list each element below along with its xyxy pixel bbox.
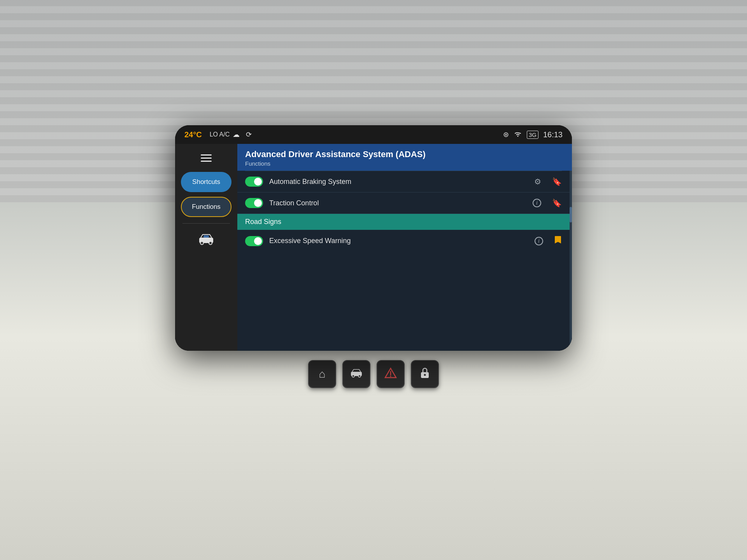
bookmark-icon-esw-active[interactable] <box>554 235 562 247</box>
label-esw: Excessive Speed Warning <box>269 237 528 245</box>
car-hw-icon <box>350 368 363 380</box>
scroll-indicator <box>570 171 572 351</box>
sidebar-divider <box>182 223 230 224</box>
toggle-knob-tc <box>254 199 262 207</box>
adas-title: Advanced Driver Assistance System (ADAS) <box>245 149 564 159</box>
svg-point-7 <box>358 375 361 377</box>
info-icon-esw[interactable]: i <box>535 237 543 245</box>
toggle-tc[interactable] <box>245 198 263 208</box>
content-area: Advanced Driver Assistance System (ADAS)… <box>237 144 572 351</box>
adas-header: Advanced Driver Assistance System (ADAS)… <box>237 144 572 171</box>
menu-line-1 <box>201 154 212 156</box>
menu-button[interactable] <box>198 150 214 166</box>
main-area: Shortcuts Functions <box>175 144 572 351</box>
svg-point-0 <box>517 135 518 136</box>
home-hw-button[interactable]: ⌂ <box>308 360 336 388</box>
menu-line-3 <box>201 161 212 162</box>
sidebar: Shortcuts Functions <box>175 144 237 351</box>
time-display: 16:13 <box>543 130 563 139</box>
ac-fan-icon: ☁ <box>233 130 240 139</box>
home-hw-icon: ⌂ <box>319 368 326 380</box>
network-icon: 3G <box>527 131 538 139</box>
car-icon-button[interactable] <box>198 233 215 248</box>
lock-hw-icon <box>420 367 430 382</box>
lock-hw-button[interactable] <box>411 360 439 388</box>
svg-point-6 <box>352 375 354 377</box>
shortcuts-button[interactable]: Shortcuts <box>181 172 231 192</box>
scroll-thumb <box>570 207 572 222</box>
svg-rect-4 <box>203 235 209 238</box>
hazard-hw-button[interactable] <box>377 360 405 388</box>
ac-display: LO A/C <box>210 131 230 138</box>
car-hw-button[interactable] <box>342 360 370 388</box>
info-icon-tc[interactable]: i <box>533 199 541 207</box>
menu-line-2 <box>201 158 212 159</box>
content-list: Automatic Braking System ⚙ 🔖 Traction Co… <box>237 171 570 351</box>
toggle-abs[interactable] <box>245 177 263 187</box>
list-item-tc: Traction Control i 🔖 <box>237 192 570 214</box>
list-item-esw: Excessive Speed Warning i <box>237 230 570 252</box>
list-item-abs: Automatic Braking System ⚙ 🔖 <box>237 171 570 192</box>
functions-button[interactable]: Functions <box>181 197 231 217</box>
hazard-hw-icon <box>384 368 397 381</box>
temperature-display: 24°C <box>184 130 202 139</box>
toggle-knob-abs <box>254 178 262 186</box>
wifi-icon <box>514 131 522 139</box>
svg-point-12 <box>424 374 426 376</box>
hardware-buttons-row: ⌂ <box>308 360 439 388</box>
bookmark-icon-abs[interactable]: 🔖 <box>552 177 562 186</box>
svg-point-3 <box>209 242 212 245</box>
gear-icon-abs[interactable]: ⚙ <box>534 177 541 186</box>
svg-point-2 <box>200 242 203 245</box>
road-signs-header: Road Signs <box>237 214 570 230</box>
svg-point-10 <box>390 376 391 377</box>
car-infotainment-screen: 24°C LO A/C ☁ ⟳ ⊛ 3G 16:13 <box>175 125 572 351</box>
sync-icon: ⟳ <box>246 130 252 139</box>
adas-subtitle: Functions <box>245 160 564 167</box>
toggle-knob-esw <box>254 237 262 245</box>
label-abs: Automatic Braking System <box>269 178 528 186</box>
toggle-esw[interactable] <box>245 236 263 246</box>
label-tc: Traction Control <box>269 199 526 207</box>
bluetooth-icon: ⊛ <box>503 130 509 139</box>
status-bar: 24°C LO A/C ☁ ⟳ ⊛ 3G 16:13 <box>175 125 572 144</box>
status-right-icons: ⊛ 3G 16:13 <box>503 130 563 139</box>
bookmark-icon-tc[interactable]: 🔖 <box>552 198 562 208</box>
